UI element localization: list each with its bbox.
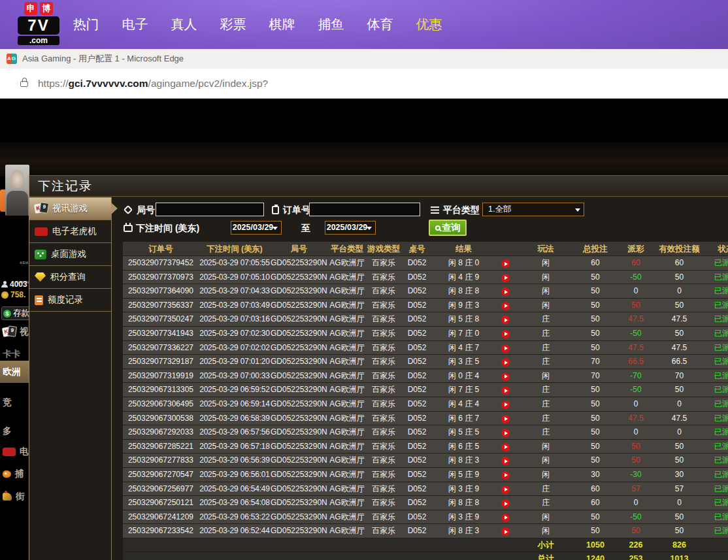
sidebar-item[interactable]: 积分查询 [29, 266, 111, 289]
lock-icon[interactable] [20, 81, 28, 87]
table-cell: AG欧洲厅 [327, 256, 367, 270]
table-cell [199, 552, 271, 560]
nav-item[interactable]: 优惠 [405, 16, 454, 33]
date-to-select[interactable]: 2025/03/29 [325, 221, 376, 235]
table-cell: D052 [401, 355, 433, 369]
play-button[interactable] [501, 401, 510, 409]
nav-item[interactable]: 真人 [159, 16, 208, 33]
play-button[interactable] [501, 415, 510, 423]
table-row: 2503290773419432025-03-29 07:02:30GD0522… [123, 327, 728, 341]
play-button[interactable] [501, 386, 510, 395]
table-cell: AG欧洲厅 [327, 425, 367, 439]
nav-item[interactable]: 棋牌 [257, 16, 306, 33]
date-from-select[interactable]: 2025/03/29 [231, 221, 282, 235]
table-cell: 57 [655, 482, 703, 496]
table-cell: -50 [616, 510, 655, 524]
platform-type-select[interactable]: 1.全部 [482, 203, 584, 216]
table-row: 2503290773709732025-03-29 07:05:10GD0522… [123, 271, 728, 285]
table-cell: 50 [574, 510, 616, 524]
play-button[interactable] [501, 259, 510, 268]
play-button[interactable] [501, 457, 510, 465]
table-cell: 47.5 [616, 312, 655, 326]
table-cell: 已派彩 [703, 510, 728, 524]
play-button[interactable] [501, 330, 510, 338]
table-cell: 闲 8 庄 0 [433, 256, 494, 270]
table-cell [494, 440, 517, 453]
play-button[interactable] [501, 274, 510, 282]
table-cell: 已派彩 [703, 468, 728, 482]
url-text[interactable]: https://gci.7vvvvvv.com/agingame/pcv2/in… [38, 69, 268, 99]
order-no-input[interactable] [309, 203, 420, 216]
table-cell: GD052253290NP [271, 383, 327, 397]
play-button[interactable] [501, 514, 510, 522]
table-cell: 有效投注额 [655, 242, 703, 255]
table-cell: 闲 [517, 524, 574, 538]
document-icon [35, 295, 43, 305]
table-cell: 2025-03-29 06:57:18 [199, 440, 271, 453]
table-cell: D052 [401, 453, 433, 467]
table-cell: 2025-03-29 06:52:44 [199, 524, 271, 538]
play-button[interactable] [501, 429, 510, 437]
play-button[interactable] [501, 443, 510, 452]
deposit-button[interactable]: $存款 [1, 306, 33, 320]
table-cell: 226 [616, 538, 655, 552]
browser-titlebar: AG Asia Gaming - 用户配置 1 - Microsoft Edge [0, 49, 728, 69]
nav-item[interactable]: 体育 [356, 16, 405, 33]
table-cell: D052 [401, 299, 433, 312]
table-cell [433, 538, 494, 552]
search-button[interactable]: 查询 [429, 220, 467, 236]
table-cell: 庄 [517, 496, 574, 510]
sidebar-item[interactable]: 桌面游戏 [29, 243, 111, 266]
play-button[interactable] [501, 499, 510, 508]
table-cell: -30 [616, 468, 655, 482]
table-cell: -50 [616, 271, 655, 284]
play-button[interactable] [501, 302, 510, 310]
table-cell: 47.5 [616, 341, 655, 355]
table-row: 2503290672501212025-03-29 06:54:08GD0522… [123, 496, 728, 510]
play-button[interactable] [501, 358, 510, 367]
table-cell: GD052253290NU [271, 312, 327, 326]
table-cell: 50 [574, 327, 616, 340]
table-cell: 百家乐 [367, 453, 401, 467]
date-to-label: 至 [301, 221, 310, 235]
modal-content: 局号 订单号 平台类型 1.全部 下注时间 (美东) 2025/03/29 至 … [112, 197, 728, 560]
balance-row: 758. [1, 290, 25, 299]
bg-menu-item-label: 多 [3, 425, 12, 437]
play-button[interactable] [501, 288, 510, 296]
play-button[interactable] [501, 372, 510, 381]
bet-records-modal: 下注记录 视讯游戏电子老虎机桌面游戏积分查询额度记录 局号 订单号 平台类型 1… [29, 175, 728, 560]
table-cell: 已派彩 [703, 284, 728, 298]
nav-item[interactable]: 彩票 [208, 16, 257, 33]
address-bar[interactable]: https://gci.7vvvvvv.com/agingame/pcv2/in… [0, 69, 728, 99]
table-cell: GD052253290NJ [271, 468, 327, 482]
balance: 758. [10, 290, 25, 299]
table-cell: 总计 [517, 552, 574, 560]
table-cell [494, 242, 517, 255]
table-cell: 百家乐 [367, 299, 401, 312]
round-no-input[interactable] [156, 203, 264, 216]
table-cell: 派彩 [616, 242, 655, 255]
nav-item[interactable]: 电子 [110, 16, 159, 33]
table-cell: 2025-03-29 07:01:20 [199, 355, 271, 369]
site-logo[interactable]: 申 博 7V .com [18, 2, 59, 45]
table-cell [494, 496, 517, 510]
table-cell: AG欧洲厅 [327, 440, 367, 453]
play-button[interactable] [501, 527, 510, 536]
sidebar-item[interactable]: 额度记录 [29, 289, 111, 312]
play-button[interactable] [501, 486, 510, 494]
nav-item[interactable]: 热门 [61, 16, 110, 33]
play-button[interactable] [501, 471, 510, 480]
table-cell: 50 [574, 284, 616, 298]
table-cell: 2025-03-29 06:56:01 [199, 468, 271, 482]
nav-item[interactable]: 捕鱼 [306, 16, 356, 33]
table-cell: 百家乐 [367, 369, 401, 383]
table-cell: 庄 [517, 341, 574, 355]
sidebar-item[interactable]: 视讯游戏 [29, 197, 111, 220]
sidebar-item[interactable]: 电子老虎机 [29, 220, 111, 243]
search-icon [435, 225, 440, 231]
table-cell: 闲 6 庄 5 [433, 440, 494, 453]
table-cell: GD052253290NO [271, 397, 327, 411]
play-button[interactable] [501, 316, 510, 324]
table-cell [494, 538, 517, 552]
play-button[interactable] [501, 344, 510, 353]
